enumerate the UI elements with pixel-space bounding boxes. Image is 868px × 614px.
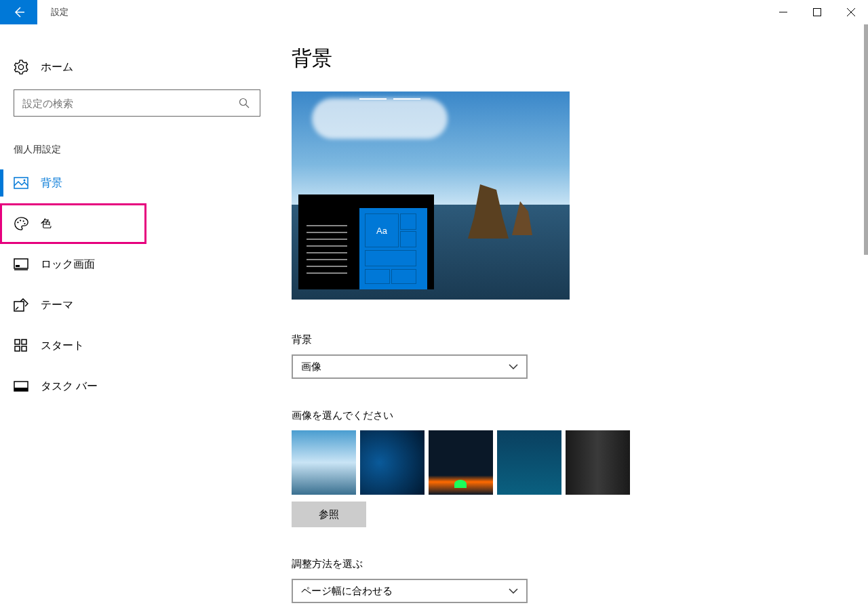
nav-label: 色 [41,217,52,231]
start-icon [14,338,28,353]
svg-point-5 [24,180,26,182]
background-dropdown[interactable]: 画像 [292,354,528,379]
svg-point-2 [240,99,247,106]
palette-icon [14,216,28,231]
svg-rect-1 [814,9,821,16]
back-button[interactable] [0,0,37,24]
scrollbar[interactable] [864,24,868,614]
background-label: 背景 [292,333,848,346]
nav-item-background[interactable]: 背景 [0,163,271,203]
close-icon [847,8,855,16]
sidebar: ホーム 個人用設定 背景 色 [0,24,271,614]
maximize-icon [813,8,821,16]
desktop-preview: Aa [292,91,570,300]
scrollbar-thumb[interactable] [864,24,868,255]
taskbar-icon [14,379,28,394]
minimize-button[interactable] [766,0,800,24]
svg-rect-11 [16,265,20,267]
thumbnail-3[interactable] [429,430,493,495]
title-bar: 設定 [0,0,868,24]
maximize-button[interactable] [800,0,834,24]
svg-line-3 [246,105,250,108]
browse-button[interactable]: 参照 [292,502,366,527]
dropdown-value: ページ幅に合わせる [301,585,509,598]
thumbnail-1[interactable] [292,430,356,495]
theme-icon [14,298,28,312]
nav-item-taskbar[interactable]: タスク バー [0,366,271,407]
preview-tile-text: Aa [365,213,399,247]
svg-point-7 [20,220,21,221]
close-button[interactable] [834,0,868,24]
nav-label: 背景 [41,176,62,190]
nav-label: ロック画面 [41,258,95,272]
dropdown-value: 画像 [301,361,509,373]
lock-screen-icon [14,257,28,272]
page-title: 背景 [292,45,848,73]
nav-label: テーマ [41,298,73,312]
choose-image-label: 画像を選んでください [292,409,848,422]
search-box[interactable] [14,89,260,117]
nav-label: タスク バー [41,380,98,394]
search-input[interactable] [22,98,237,109]
gear-icon [14,60,28,75]
svg-rect-14 [15,340,20,344]
main-panel: 背景 Aa 背景 画像 画像を選んでください [271,24,868,614]
nav-item-lock-screen[interactable]: ロック画面 [0,244,271,285]
picture-icon [14,176,28,190]
nav-item-colors[interactable]: 色 [0,203,146,244]
arrow-left-icon [12,5,26,19]
chevron-down-icon [509,588,518,594]
svg-point-9 [24,223,25,224]
window-title: 設定 [51,6,68,18]
nav-label: スタート [41,339,84,353]
nav-item-themes[interactable]: テーマ [0,285,271,325]
svg-rect-16 [15,346,20,351]
category-header: 個人用設定 [0,130,271,163]
svg-point-6 [17,222,18,223]
minimize-icon [779,8,787,16]
fit-label: 調整方法を選ぶ [292,558,848,571]
svg-point-8 [23,220,24,222]
window-controls [766,0,868,24]
chevron-down-icon [509,364,518,369]
svg-rect-19 [14,388,28,391]
svg-rect-15 [22,340,26,344]
home-label: ホーム [41,60,73,75]
thumbnail-4[interactable] [497,430,561,495]
svg-rect-17 [22,346,26,351]
thumbnail-5[interactable] [566,430,630,495]
image-thumbnails [292,430,848,495]
thumbnail-2[interactable] [360,430,425,495]
nav-item-start[interactable]: スタート [0,325,271,366]
search-icon [237,96,252,110]
home-button[interactable]: ホーム [0,52,271,83]
fit-dropdown[interactable]: ページ幅に合わせる [292,579,528,603]
